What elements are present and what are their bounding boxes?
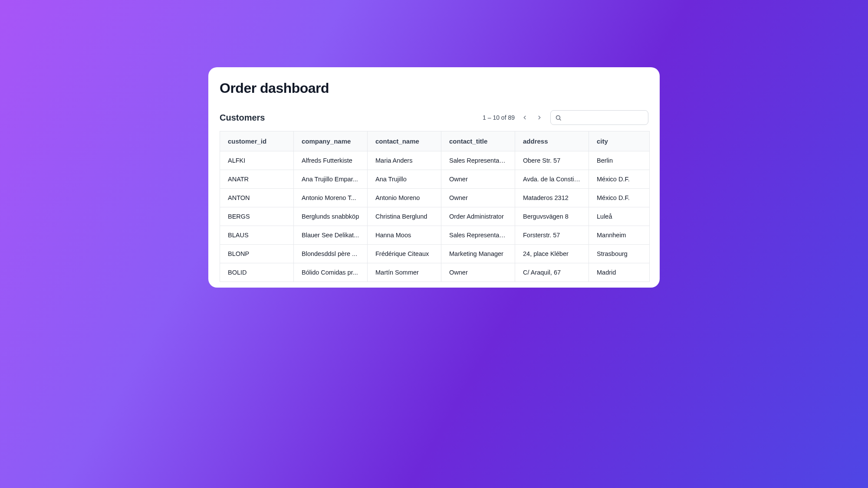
svg-point-0 <box>556 115 560 119</box>
customers-table: customer_id company_name contact_name co… <box>220 131 650 282</box>
column-header-contact-title[interactable]: contact_title <box>441 131 515 151</box>
toolbar-right: 1 – 10 of 89 <box>483 110 648 125</box>
table-row[interactable]: BOLIDBólido Comidas pr...Martín SommerOw… <box>220 263 650 282</box>
column-header-customer-id[interactable]: customer_id <box>220 131 294 151</box>
cell-address: Obere Str. 57 <box>515 151 589 170</box>
cell-contact_name: Frédérique Citeaux <box>368 245 441 263</box>
cell-city: Madrid <box>589 263 650 282</box>
table-header: customer_id company_name contact_name co… <box>220 131 650 151</box>
table-row[interactable]: BLONPBlondesddsl père ...Frédérique Cite… <box>220 245 650 263</box>
cell-address: Mataderos 2312 <box>515 189 589 207</box>
cell-contact_title: Owner <box>441 170 515 189</box>
svg-line-1 <box>559 119 561 120</box>
cell-customer_id: ALFKI <box>220 151 294 170</box>
cell-customer_id: BLAUS <box>220 226 294 245</box>
search-icon <box>555 115 562 121</box>
table-row[interactable]: ANATRAna Trujillo Empar...Ana TrujilloOw… <box>220 170 650 189</box>
cell-customer_id: BERGS <box>220 207 294 226</box>
cell-company_name: Blauer See Delikat... <box>294 226 368 245</box>
cell-contact_title: Owner <box>441 263 515 282</box>
cell-address: Forsterstr. 57 <box>515 226 589 245</box>
cell-city: Mannheim <box>589 226 650 245</box>
cell-city: México D.F. <box>589 189 650 207</box>
table-row[interactable]: BLAUSBlauer See Delikat...Hanna MoosSale… <box>220 226 650 245</box>
pagination: 1 – 10 of 89 <box>483 111 546 124</box>
column-header-address[interactable]: address <box>515 131 589 151</box>
table-body: ALFKIAlfreds FutterkisteMaria AndersSale… <box>220 151 650 282</box>
cell-city: Luleå <box>589 207 650 226</box>
table-row[interactable]: ANTONAntonio Moreno T...Antonio MorenoOw… <box>220 189 650 207</box>
cell-address: 24, place Kléber <box>515 245 589 263</box>
column-header-contact-name[interactable]: contact_name <box>368 131 441 151</box>
cell-company_name: Blondesddsl père ... <box>294 245 368 263</box>
cell-address: C/ Araquil, 67 <box>515 263 589 282</box>
cell-city: Berlin <box>589 151 650 170</box>
cell-city: México D.F. <box>589 170 650 189</box>
cell-contact_name: Antonio Moreno <box>368 189 441 207</box>
cell-company_name: Berglunds snabbköp <box>294 207 368 226</box>
cell-company_name: Antonio Moreno T... <box>294 189 368 207</box>
section-title: Customers <box>220 113 265 123</box>
table-row[interactable]: ALFKIAlfreds FutterkisteMaria AndersSale… <box>220 151 650 170</box>
cell-contact_name: Martín Sommer <box>368 263 441 282</box>
cell-customer_id: ANTON <box>220 189 294 207</box>
cell-contact_name: Hanna Moos <box>368 226 441 245</box>
cell-contact_title: Owner <box>441 189 515 207</box>
cell-customer_id: ANATR <box>220 170 294 189</box>
page-title: Order dashboard <box>220 80 648 96</box>
cell-contact_name: Ana Trujillo <box>368 170 441 189</box>
cell-contact_name: Christina Berglund <box>368 207 441 226</box>
cell-contact_title: Sales Representati... <box>441 151 515 170</box>
cell-contact_title: Sales Representati... <box>441 226 515 245</box>
search-box[interactable] <box>550 110 648 125</box>
prev-page-button[interactable] <box>518 111 531 124</box>
column-header-company-name[interactable]: company_name <box>294 131 368 151</box>
dashboard-card: Order dashboard Customers 1 – 10 of 89 c… <box>208 67 660 288</box>
column-header-city[interactable]: city <box>589 131 650 151</box>
chevron-left-icon <box>522 115 528 121</box>
pagination-label: 1 – 10 of 89 <box>483 114 515 121</box>
cell-address: Berguvsvägen 8 <box>515 207 589 226</box>
cell-company_name: Bólido Comidas pr... <box>294 263 368 282</box>
cell-customer_id: BOLID <box>220 263 294 282</box>
cell-contact_title: Marketing Manager <box>441 245 515 263</box>
cell-contact_title: Order Administrator <box>441 207 515 226</box>
toolbar: Customers 1 – 10 of 89 <box>220 110 648 125</box>
next-page-button[interactable] <box>533 111 546 124</box>
search-input[interactable] <box>565 114 644 121</box>
cell-company_name: Alfreds Futterkiste <box>294 151 368 170</box>
cell-address: Avda. de la Constit... <box>515 170 589 189</box>
cell-customer_id: BLONP <box>220 245 294 263</box>
cell-company_name: Ana Trujillo Empar... <box>294 170 368 189</box>
table-row[interactable]: BERGSBerglunds snabbköpChristina Berglun… <box>220 207 650 226</box>
cell-city: Strasbourg <box>589 245 650 263</box>
cell-contact_name: Maria Anders <box>368 151 441 170</box>
chevron-right-icon <box>536 115 542 121</box>
